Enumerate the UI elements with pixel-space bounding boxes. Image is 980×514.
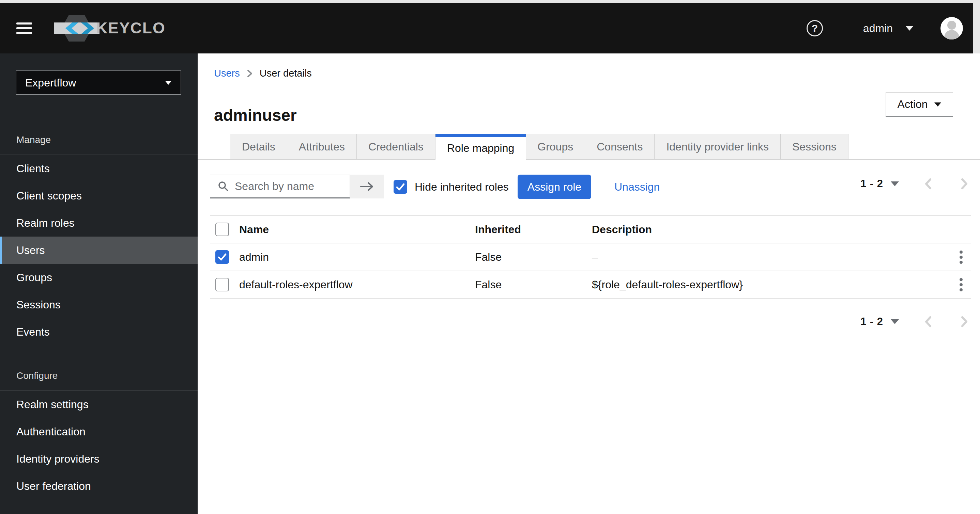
caret-down-icon — [165, 81, 172, 85]
sidebar-item-authentication[interactable]: Authentication — [0, 418, 197, 445]
caret-down-icon — [906, 26, 913, 31]
tab-credentials[interactable]: Credentials — [357, 134, 436, 159]
user-detail-tabs: Details Attributes Credentials Role mapp… — [197, 134, 980, 160]
sidebar-item-clients[interactable]: Clients — [0, 155, 197, 182]
table-header-row: Name Inherited Description — [210, 216, 971, 243]
pagination-range: 1 - 2 — [861, 178, 883, 190]
assign-role-button[interactable]: Assign role — [518, 175, 591, 199]
keycloak-logo[interactable]: KEYCLOAK — [52, 12, 165, 44]
chevron-right-icon[interactable] — [958, 177, 971, 190]
cell-description: ${role_default-roles-expertflow} — [592, 278, 951, 291]
realm-selector-section: Expertflow — [0, 70, 197, 124]
main-content: Users User details adminuser Action Deta… — [197, 54, 980, 514]
search-placeholder: Search by name — [235, 180, 314, 193]
cell-role-name: admin — [239, 251, 475, 263]
hide-inherited-label: Hide inherited roles — [415, 181, 509, 194]
keycloak-logo-icon: KEYCLOAK — [52, 12, 165, 44]
sidebar-item-user-federation[interactable]: User federation — [0, 473, 197, 500]
row-checkbox[interactable] — [215, 250, 229, 264]
cell-inherited: False — [475, 251, 592, 263]
tab-attributes[interactable]: Attributes — [287, 134, 357, 159]
user-menu[interactable]: admin — [863, 22, 913, 35]
check-icon — [396, 183, 405, 190]
kebab-icon[interactable] — [956, 275, 966, 295]
nav-group-manage: Manage Clients Client scopes Realm roles… — [0, 124, 197, 346]
svg-text:KEYCLOAK: KEYCLOAK — [96, 19, 165, 37]
magnifier-icon — [218, 181, 229, 192]
search-group: Search by name — [210, 175, 384, 198]
realm-selector[interactable]: Expertflow — [16, 70, 181, 95]
arrow-right-icon — [360, 181, 374, 192]
unassign-link[interactable]: Unassign — [614, 181, 660, 194]
column-header-inherited: Inherited — [475, 223, 592, 236]
nav-group-title: Manage — [0, 124, 197, 155]
avatar[interactable] — [940, 17, 963, 40]
nav-toggle-hamburger-icon[interactable] — [16, 20, 32, 37]
sidebar-item-client-scopes[interactable]: Client scopes — [0, 182, 197, 209]
column-header-name: Name — [239, 223, 475, 236]
action-label: Action — [897, 98, 928, 111]
check-icon — [218, 253, 227, 261]
sidebar-item-groups[interactable]: Groups — [0, 264, 197, 291]
caret-down-icon[interactable] — [891, 181, 899, 186]
sidebar-item-realm-roles[interactable]: Realm roles — [0, 209, 197, 236]
caret-down-icon — [934, 103, 941, 106]
realm-name: Expertflow — [25, 76, 76, 89]
breadcrumb-users-link[interactable]: Users — [214, 68, 240, 79]
tab-role-mapping[interactable]: Role mapping — [436, 134, 526, 160]
scrollbar-track[interactable] — [973, 3, 980, 54]
nav-group-configure: Configure Realm settings Authentication … — [0, 360, 197, 500]
masthead-right: ? admin — [807, 17, 963, 40]
tab-consents[interactable]: Consents — [585, 134, 655, 159]
sidebar-item-sessions[interactable]: Sessions — [0, 291, 197, 318]
caret-down-icon[interactable] — [891, 319, 899, 324]
masthead: KEYCLOAK ? admin — [0, 3, 973, 54]
sidebar-item-identity-providers[interactable]: Identity providers — [0, 445, 197, 473]
page-title: adminuser — [214, 106, 297, 125]
search-submit-button[interactable] — [350, 175, 384, 198]
help-icon[interactable]: ? — [807, 20, 823, 36]
cell-role-name: default-roles-expertflow — [239, 278, 475, 291]
table-row: default-roles-expertflow False ${role_de… — [210, 271, 971, 298]
row-checkbox[interactable] — [215, 278, 229, 291]
select-all-checkbox[interactable] — [215, 223, 229, 236]
column-header-description: Description — [592, 223, 951, 236]
tab-groups[interactable]: Groups — [526, 134, 585, 159]
chevron-left-icon[interactable] — [921, 177, 935, 190]
user-name: admin — [863, 22, 893, 35]
tab-details[interactable]: Details — [230, 134, 287, 159]
sidebar-item-events[interactable]: Events — [0, 318, 197, 346]
sidebar-item-realm-settings[interactable]: Realm settings — [0, 391, 197, 418]
nav-group-title: Configure — [0, 360, 197, 391]
sidebar: Expertflow Manage Clients Client scopes … — [0, 54, 197, 514]
chevron-left-icon[interactable] — [921, 315, 935, 328]
hide-inherited-roles-toggle[interactable]: Hide inherited roles — [394, 180, 509, 194]
window-top-strip — [0, 0, 980, 3]
tab-identity-provider-links[interactable]: Identity provider links — [655, 134, 781, 159]
pagination-bottom: 1 - 2 — [861, 315, 971, 328]
breadcrumb: Users User details — [214, 68, 312, 79]
role-mapping-table: Name Inherited Description admin False – — [210, 216, 971, 298]
chevron-right-icon[interactable] — [958, 315, 971, 328]
kebab-icon[interactable] — [956, 247, 966, 267]
cell-description: – — [592, 251, 951, 263]
tab-sessions[interactable]: Sessions — [781, 134, 848, 159]
cell-inherited: False — [475, 278, 592, 291]
sidebar-item-users[interactable]: Users — [0, 236, 197, 264]
action-dropdown-button[interactable]: Action — [886, 92, 953, 117]
breadcrumb-current: User details — [260, 68, 312, 79]
pagination-range: 1 - 2 — [861, 316, 883, 328]
pagination-top: 1 - 2 — [861, 177, 971, 190]
hide-inherited-checkbox[interactable] — [394, 180, 407, 194]
search-input[interactable]: Search by name — [210, 175, 350, 198]
table-row: admin False – — [210, 243, 971, 271]
chevron-right-icon — [247, 69, 253, 78]
